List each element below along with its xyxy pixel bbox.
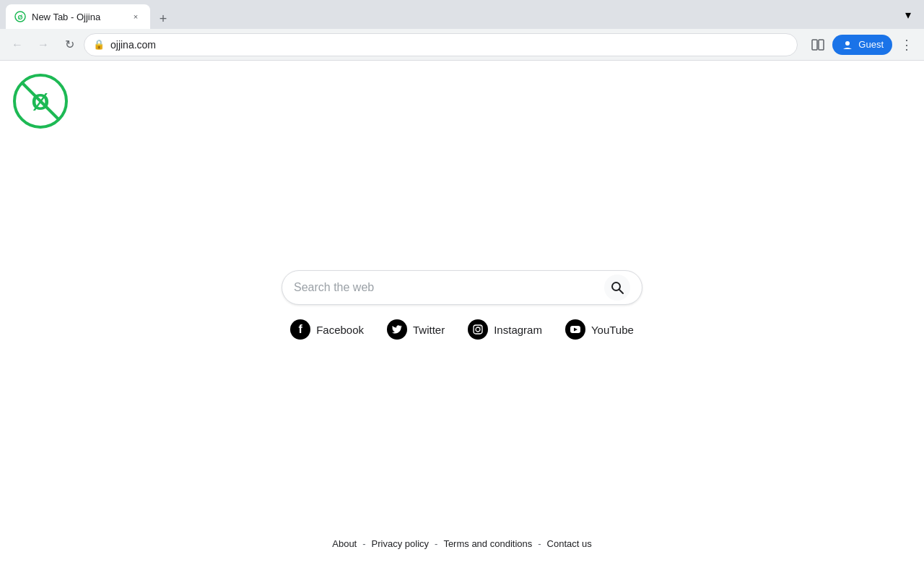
- search-bar: [282, 270, 642, 305]
- instagram-link[interactable]: Instagram: [468, 319, 542, 340]
- toolbar-actions: Guest ⋮: [806, 33, 918, 56]
- split-icon: [811, 38, 825, 52]
- twitter-icon: [387, 319, 407, 340]
- instagram-label: Instagram: [494, 324, 542, 336]
- social-links: f Facebook Twitter: [290, 319, 634, 340]
- facebook-label: Facebook: [316, 324, 364, 336]
- search-container: [282, 270, 642, 305]
- main-content: f Facebook Twitter: [0, 61, 924, 578]
- forward-button[interactable]: →: [32, 33, 55, 56]
- guest-avatar-icon: [841, 38, 854, 51]
- svg-text:Ø: Ø: [32, 89, 50, 115]
- facebook-link[interactable]: f Facebook: [290, 319, 364, 340]
- page-content: Ø f Facebook: [0, 61, 924, 578]
- tab-title: New Tab - Ojjina: [32, 12, 124, 22]
- svg-line-10: [619, 290, 623, 293]
- search-button[interactable]: [604, 275, 630, 301]
- footer-sep-3: -: [538, 538, 541, 549]
- about-link[interactable]: About: [332, 538, 357, 549]
- footer-sep-1: -: [362, 538, 365, 549]
- terms-link[interactable]: Terms and conditions: [443, 538, 532, 549]
- privacy-policy-link[interactable]: Privacy policy: [372, 538, 429, 549]
- toolbar: ← → ↻ 🔒 ojjina.com Guest ⋮: [0, 29, 924, 61]
- browser-chrome: Ø New Tab - Ojjina × + ▾: [0, 0, 924, 29]
- contact-link[interactable]: Contact us: [547, 538, 592, 549]
- guest-button[interactable]: Guest: [832, 35, 892, 55]
- twitter-label: Twitter: [413, 324, 445, 336]
- svg-point-5: [845, 41, 850, 46]
- back-button[interactable]: ←: [6, 33, 29, 56]
- lock-icon: 🔒: [93, 39, 105, 50]
- new-tab-button[interactable]: +: [153, 9, 173, 29]
- search-input[interactable]: [294, 281, 596, 294]
- tab-list-button[interactable]: ▾: [898, 4, 918, 25]
- instagram-icon: [468, 319, 488, 340]
- svg-rect-2: [812, 40, 817, 50]
- twitter-link[interactable]: Twitter: [387, 319, 445, 340]
- footer: About - Privacy policy - Terms and condi…: [0, 538, 924, 549]
- guest-label: Guest: [858, 39, 884, 50]
- active-tab[interactable]: Ø New Tab - Ojjina ×: [6, 4, 150, 29]
- svg-rect-11: [474, 325, 482, 334]
- search-icon: [610, 280, 624, 295]
- youtube-icon: [565, 319, 585, 340]
- footer-sep-2: -: [435, 538, 437, 549]
- split-view-button[interactable]: [806, 33, 829, 56]
- tab-favicon: Ø: [14, 11, 26, 22]
- tab-bar: Ø New Tab - Ojjina × +: [6, 0, 892, 29]
- youtube-label: YouTube: [591, 324, 634, 336]
- menu-button[interactable]: ⋮: [895, 33, 918, 56]
- logo-area: Ø: [12, 72, 69, 133]
- svg-rect-3: [819, 40, 824, 50]
- refresh-button[interactable]: ↻: [58, 33, 81, 56]
- ojjina-logo: Ø: [12, 72, 69, 130]
- svg-point-12: [476, 327, 480, 332]
- youtube-link[interactable]: YouTube: [565, 319, 634, 340]
- facebook-icon: f: [290, 319, 310, 340]
- address-bar[interactable]: 🔒 ojjina.com: [84, 33, 798, 56]
- svg-text:Ø: Ø: [17, 14, 22, 21]
- tab-close-button[interactable]: ×: [130, 11, 141, 22]
- address-text: ojjina.com: [110, 39, 788, 51]
- svg-point-13: [480, 327, 481, 327]
